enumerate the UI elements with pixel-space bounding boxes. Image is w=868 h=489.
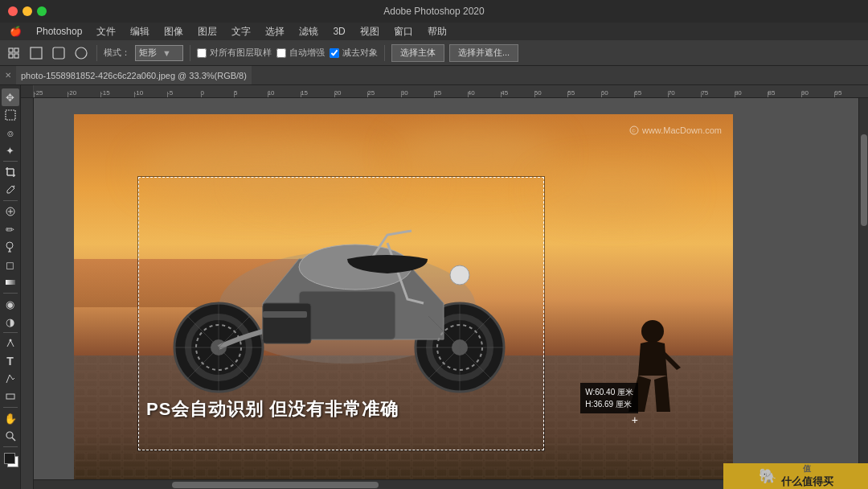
horizontal-scrollbar[interactable] xyxy=(34,479,723,489)
menu-3d[interactable]: 3D xyxy=(326,24,351,39)
divider2 xyxy=(190,45,190,61)
checkbox-auto-enhance[interactable]: 自动增强 xyxy=(276,47,325,59)
brush-tool[interactable]: ✏ xyxy=(2,220,19,238)
tool-options-icon1[interactable] xyxy=(5,44,23,62)
toolbar-separator3 xyxy=(3,293,18,294)
tab-close-icon[interactable]: ✕ xyxy=(0,71,16,80)
menu-layer[interactable]: 图层 xyxy=(191,23,223,40)
toolbar-separator1 xyxy=(3,161,18,162)
checkbox-all-layers[interactable]: 对所有图层取样 xyxy=(197,47,272,59)
info-width: W:60.40 厘米 xyxy=(585,386,633,398)
crop-tool[interactable] xyxy=(2,163,19,181)
tool-options-icon4[interactable] xyxy=(72,44,90,62)
shape-tool[interactable] xyxy=(2,388,19,405)
svg-rect-1 xyxy=(14,48,18,52)
motorcycle xyxy=(138,179,556,404)
maximize-button[interactable] xyxy=(37,6,47,16)
svg-point-20 xyxy=(9,339,11,342)
checkbox-subtract-input[interactable] xyxy=(330,48,339,58)
menu-image[interactable]: 图像 xyxy=(158,23,190,40)
dodge-tool[interactable]: ◑ xyxy=(2,313,19,331)
hand-tool[interactable]: ✋ xyxy=(2,409,19,427)
checkbox-auto-enhance-input[interactable] xyxy=(276,48,286,58)
macdown-icon: 🐘 xyxy=(759,467,776,485)
toolbar-separator5 xyxy=(3,407,18,408)
content-area: -25-20-15-10-505101520253035404550556065… xyxy=(21,85,868,489)
canvas-area: PS会自动识别 但没有非常准确 © www.MacDown.com W:60.4… xyxy=(21,98,868,489)
menu-photoshop[interactable]: Photoshop xyxy=(30,24,88,39)
select-and-mask-button[interactable]: 选择并遮住... xyxy=(449,44,518,62)
photo-canvas: PS会自动识别 但没有非常准确 © www.MacDown.com W:60.4… xyxy=(74,114,733,484)
move-tool[interactable]: ✥ xyxy=(2,88,19,106)
menu-window[interactable]: 窗口 xyxy=(387,23,420,40)
menu-file[interactable]: 文件 xyxy=(90,23,122,40)
tool-options-icon3[interactable] xyxy=(50,44,68,62)
svg-rect-36 xyxy=(299,291,395,339)
foreground-background-colors[interactable] xyxy=(2,450,19,468)
horizontal-scrollbar-thumb[interactable] xyxy=(172,482,379,488)
pen-tool[interactable] xyxy=(2,335,19,352)
svg-line-12 xyxy=(13,186,14,187)
select-subject-button[interactable]: 选择主体 xyxy=(391,44,444,62)
foreground-color[interactable] xyxy=(4,453,15,464)
tool-options-icon2[interactable] xyxy=(27,44,45,62)
object-selection-tool[interactable]: ✦ xyxy=(2,142,19,159)
canvas-container[interactable]: PS会自动识别 但没有非常准确 © www.MacDown.com W:60.4… xyxy=(34,98,868,489)
info-height: H:36.69 厘米 xyxy=(585,398,633,410)
svg-text:©: © xyxy=(632,129,636,134)
svg-rect-37 xyxy=(263,303,311,343)
svg-point-47 xyxy=(450,265,469,285)
mode-dropdown[interactable]: 矩形 ▼ xyxy=(135,45,183,61)
svg-point-22 xyxy=(6,432,13,438)
watermark: © www.MacDown.com xyxy=(629,125,722,135)
gradient-tool[interactable] xyxy=(2,273,19,291)
svg-point-6 xyxy=(76,47,87,59)
menu-select[interactable]: 选择 xyxy=(259,23,291,40)
svg-rect-3 xyxy=(14,54,18,58)
toolbar-separator4 xyxy=(3,332,18,333)
checkbox-all-layers-input[interactable] xyxy=(197,48,207,58)
menubar: 🍎 Photoshop 文件 编辑 图像 图层 文字 选择 滤镜 3D 视图 窗… xyxy=(0,23,868,40)
blur-tool[interactable]: ◉ xyxy=(2,295,19,313)
svg-rect-5 xyxy=(53,47,64,59)
svg-rect-19 xyxy=(6,280,15,285)
menu-help[interactable]: 帮助 xyxy=(421,23,453,40)
menu-filter[interactable]: 滤镜 xyxy=(293,23,325,40)
macdown-brand-bar: 🐘 值 什么值得买 xyxy=(723,463,868,489)
eraser-tool[interactable]: ◻ xyxy=(2,256,19,273)
svg-rect-21 xyxy=(6,394,14,399)
svg-rect-4 xyxy=(31,47,42,59)
tab-filename[interactable]: photo-1558981852-426c6c22a060.jpeg @ 33.… xyxy=(16,66,252,84)
svg-point-50 xyxy=(641,320,664,343)
traffic-lights xyxy=(8,6,47,16)
menu-edit[interactable]: 编辑 xyxy=(124,23,156,40)
vertical-scrollbar[interactable] xyxy=(858,98,868,463)
path-selection-tool[interactable] xyxy=(2,370,19,388)
main-area: ✥ ⌾ ✦ ✏ xyxy=(0,85,868,489)
toolbar-separator2 xyxy=(3,200,18,201)
checkbox-subtract-object[interactable]: 减去对象 xyxy=(330,47,378,59)
menu-view[interactable]: 视图 xyxy=(354,23,386,40)
watermark-text: www.MacDown.com xyxy=(642,125,722,135)
close-button[interactable] xyxy=(8,6,18,16)
heal-tool[interactable] xyxy=(2,203,19,220)
minimize-button[interactable] xyxy=(23,6,32,16)
lasso-tool[interactable]: ⌾ xyxy=(2,124,19,142)
type-tool[interactable]: T xyxy=(2,352,19,370)
mode-label: 模式： xyxy=(104,47,130,59)
svg-line-23 xyxy=(12,438,15,441)
menu-text[interactable]: 文字 xyxy=(225,23,257,40)
divider3 xyxy=(384,45,385,61)
toolbar-separator6 xyxy=(3,446,18,447)
ruler-left xyxy=(21,98,34,489)
ruler-corner xyxy=(21,85,34,98)
eyedropper-tool[interactable] xyxy=(2,181,19,199)
selection-tool[interactable] xyxy=(2,106,19,124)
options-bar: 模式： 矩形 ▼ 对所有图层取样 自动增强 减去对象 选择主体 选择并遮住... xyxy=(0,40,868,66)
apple-menu[interactable]: 🍎 xyxy=(3,24,28,39)
svg-point-16 xyxy=(6,242,13,249)
zoom-tool[interactable] xyxy=(2,427,19,445)
window-title: Adobe Photoshop 2020 xyxy=(383,6,484,17)
vertical-scrollbar-thumb[interactable] xyxy=(861,134,867,226)
clone-tool[interactable] xyxy=(2,238,19,256)
